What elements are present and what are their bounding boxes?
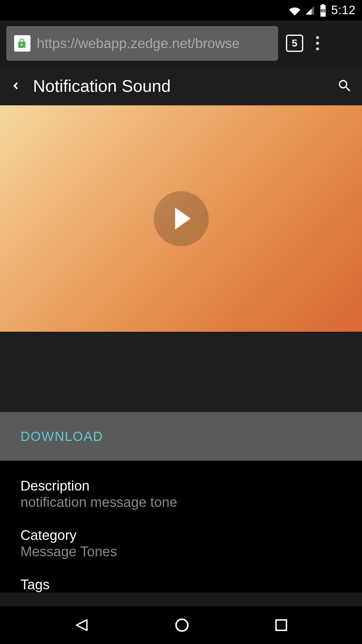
browser-menu-button[interactable] [311,36,324,50]
signal-icon [304,5,315,15]
header-left: Notification Sound [9,76,171,96]
nav-recent-button[interactable] [274,618,288,632]
svg-rect-1 [276,620,287,630]
audio-player-area [0,105,362,332]
download-label: DOWNLOAD [20,429,103,444]
status-icons: 65 [288,4,327,17]
category-value: Message Tones [20,544,342,559]
category-label: Category [20,527,342,543]
menu-dot-icon [316,36,319,39]
nav-back-button[interactable] [74,617,90,633]
clock-time: 5:12 [331,3,356,17]
back-button[interactable] [9,78,22,94]
tags-item: Tags [20,577,342,592]
description-item: Description notification message tone [20,478,342,510]
details-section: Description notification message tone Ca… [0,461,362,592]
battery-icon: 65 [319,4,327,17]
play-icon [175,208,191,230]
browser-chrome-bar: https://webapp.zedge.net/browse 5 [0,20,362,66]
description-value: notification message tone [20,494,342,510]
tags-label: Tags [20,577,342,592]
nav-home-button[interactable] [174,617,190,633]
url-text: https://webapp.zedge.net/browse [37,36,240,51]
svg-point-0 [176,619,188,631]
page-title: Notification Sound [33,76,171,96]
menu-dot-icon [316,47,319,50]
spacer [0,332,362,412]
tab-count-value: 5 [292,37,298,49]
download-button[interactable]: DOWNLOAD [0,412,362,461]
app-header: Notification Sound [0,66,362,105]
status-bar: 65 5:12 [0,0,362,20]
menu-dot-icon [316,42,319,45]
wifi-icon [288,5,301,15]
lock-icon [14,35,30,52]
description-label: Description [20,478,342,494]
url-bar[interactable]: https://webapp.zedge.net/browse [6,26,278,61]
search-icon[interactable] [337,78,353,94]
tab-count-button[interactable]: 5 [286,35,303,52]
battery-level: 65 [321,8,326,13]
system-nav-bar [0,606,362,644]
category-item: Category Message Tones [20,527,342,559]
play-button[interactable] [154,191,209,246]
